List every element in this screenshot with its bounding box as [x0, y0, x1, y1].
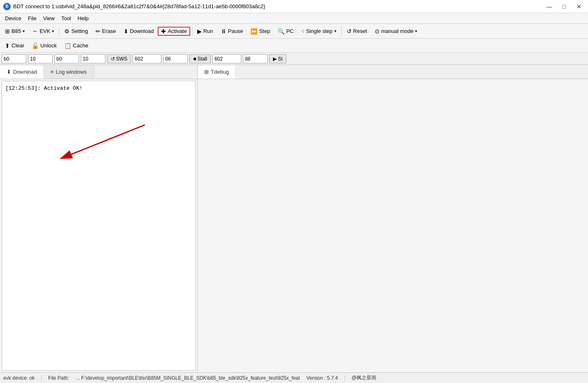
logwindows-tab-icon: ≡: [51, 69, 54, 75]
left-panel: [12:25:53]: Activate OK!: [0, 79, 198, 372]
b85-dropdown-icon: ▾: [23, 29, 25, 33]
device-status: evk device: ok: [3, 375, 35, 381]
status-bar: evk device: ok File Path: ... F:\develop…: [0, 372, 588, 383]
evk-button[interactable]: ～ EVK ▾: [29, 26, 57, 36]
file-path-label: File Path:: [48, 375, 69, 381]
status-separator-1: [41, 375, 42, 381]
step-icon: ⏩: [250, 28, 257, 35]
addr-input-4[interactable]: [81, 54, 105, 63]
log-area[interactable]: [12:25:53]: Activate OK!: [2, 81, 196, 371]
unlock-icon: 🔓: [32, 42, 39, 49]
manualmode-button[interactable]: ⊙ manual mode ▾: [371, 27, 421, 36]
pause-icon: ⏸: [221, 28, 226, 35]
app-icon: B: [3, 3, 11, 10]
reset-icon: ↺: [347, 28, 352, 35]
singlestep-dropdown-icon: ▾: [334, 29, 336, 33]
start-button[interactable]: ▶ St: [269, 54, 286, 63]
tdebug-tab-icon: ⊞: [204, 69, 209, 75]
evk-dropdown-icon: ▾: [52, 29, 54, 33]
erase-icon: ✏: [96, 28, 100, 35]
version-label: Version : 5.7.4: [306, 375, 338, 381]
manualmode-dropdown-icon: ▾: [415, 29, 417, 33]
download-tab-icon: ⬇: [7, 69, 11, 75]
download-icon: ⬇: [124, 28, 128, 35]
start-icon: ▶: [273, 56, 277, 62]
reset-button[interactable]: ↺ Reset: [343, 27, 371, 36]
run-button[interactable]: ▶ Run: [194, 27, 217, 36]
right-tab-panel: ⊞ Tdebug: [198, 65, 588, 79]
setting-icon: ⚙: [64, 28, 70, 35]
user-label: @枫之星雨: [352, 374, 376, 381]
window-title: BDT connect to 1:usb#vid_248a&pid_8266#6…: [13, 3, 265, 9]
b85-icon: ⊞: [5, 28, 10, 35]
minimize-button[interactable]: —: [544, 2, 555, 11]
cache-button[interactable]: 📋 Cache: [61, 41, 92, 50]
main-toolbar: ⊞ B85 ▾ ～ EVK ▾ ⚙ Setting ✏ Erase ⬇ Down…: [0, 24, 588, 39]
pause-button[interactable]: ⏸ Pause: [217, 27, 247, 36]
pc-button[interactable]: 🔍 PC: [274, 27, 297, 36]
file-path-value: ... F:\develop_important\BLE\tlsr\B85M_S…: [76, 375, 300, 381]
menu-help[interactable]: Help: [75, 14, 92, 22]
pc-icon: 🔍: [278, 28, 285, 35]
annotation-arrow: [2, 81, 195, 370]
menu-device[interactable]: Device: [2, 14, 25, 22]
clear-icon: ⬆: [5, 42, 10, 49]
addr-val-2[interactable]: [163, 54, 188, 63]
sws-refresh-icon: ↺: [111, 56, 115, 62]
tab-download[interactable]: ⬇ Download: [0, 65, 44, 79]
unlock-button[interactable]: 🔓 Unlock: [28, 41, 60, 50]
manualmode-icon: ⊙: [375, 28, 380, 35]
addr-input-2[interactable]: [28, 54, 53, 63]
maximize-button[interactable]: □: [558, 2, 570, 11]
status-separator-2: [345, 375, 345, 381]
panels-row: [12:25:53]: Activate OK!: [0, 79, 588, 372]
addr-input-3[interactable]: [54, 54, 79, 63]
main-content: ⬇ Download ≡ Log windows ⊞ Tdebug: [0, 65, 588, 372]
title-bar-left: B BDT connect to 1:usb#vid_248a&pid_8266…: [3, 3, 265, 10]
run-icon: ▶: [197, 28, 202, 35]
activate-button[interactable]: ✚ Activate: [158, 27, 190, 36]
evk-icon: ～: [32, 28, 38, 35]
separator-1: [59, 27, 59, 36]
tab-tdebug[interactable]: ⊞ Tdebug: [198, 65, 236, 79]
window-controls: — □ ✕: [544, 2, 585, 11]
b85-button[interactable]: ⊞ B85 ▾: [2, 27, 28, 36]
addr-val-1[interactable]: [133, 54, 161, 63]
singlestep-icon: ⁖: [301, 28, 304, 35]
download-button[interactable]: ⬇ Download: [120, 27, 157, 36]
tab-bar: ⬇ Download ≡ Log windows ⊞ Tdebug: [0, 65, 588, 79]
step-button[interactable]: ⏩ Step: [247, 27, 273, 36]
menu-tool[interactable]: Tool: [58, 14, 75, 22]
cache-icon: 📋: [64, 42, 71, 49]
menu-bar: Device File View Tool Help: [0, 13, 588, 24]
separator-2: [192, 27, 192, 36]
clear-button[interactable]: ⬆ Clear: [2, 41, 28, 50]
log-content: [12:25:53]: Activate OK!: [5, 84, 192, 93]
left-tab-panel: ⬇ Download ≡ Log windows: [0, 65, 198, 79]
addr-val-3[interactable]: [212, 54, 241, 63]
tab-logwindows[interactable]: ≡ Log windows: [44, 65, 94, 79]
addr-val-4[interactable]: [243, 54, 268, 63]
erase-button[interactable]: ✏ Erase: [92, 27, 119, 36]
singlestep-button[interactable]: ⁖ Single step ▾: [298, 27, 339, 36]
secondary-toolbar: ⬆ Clear 🔓 Unlock 📋 Cache: [0, 39, 588, 53]
svg-line-1: [61, 125, 145, 159]
address-bar: ↺ SWS ■ Stall ▶ St: [0, 53, 588, 65]
menu-view[interactable]: View: [40, 14, 58, 22]
right-panel: [198, 79, 588, 372]
stall-button[interactable]: ■ Stall: [189, 54, 211, 63]
sws-button[interactable]: ↺ SWS: [107, 54, 131, 63]
stall-icon: ■: [193, 56, 196, 62]
menu-file[interactable]: File: [25, 14, 40, 22]
activate-icon: ✚: [161, 28, 166, 35]
addr-input-1[interactable]: [2, 54, 26, 63]
close-button[interactable]: ✕: [573, 2, 585, 11]
setting-button[interactable]: ⚙ Setting: [61, 27, 91, 36]
title-bar: B BDT connect to 1:usb#vid_248a&pid_8266…: [0, 0, 588, 13]
separator-3: [341, 27, 342, 36]
